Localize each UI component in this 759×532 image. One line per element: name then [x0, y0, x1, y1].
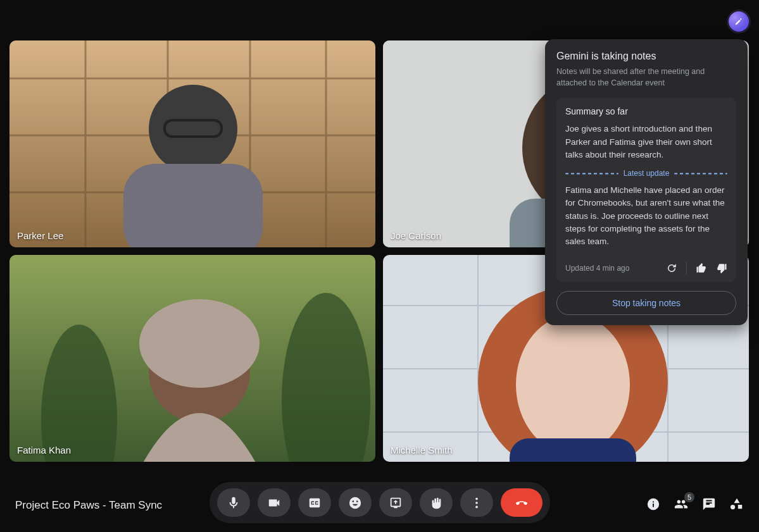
participant-name: Fatima Khan	[17, 445, 71, 455]
summary-body: Joe gives a short introduction and then …	[565, 123, 727, 161]
participant-tile-parker[interactable]: Parker Lee	[9, 40, 375, 247]
participant-name: Michelle Smith	[391, 445, 453, 455]
notes-updated: Updated 4 min ago	[565, 264, 629, 273]
svg-point-19	[139, 299, 260, 388]
refresh-icon[interactable]	[666, 263, 677, 274]
raise-hand-button[interactable]	[420, 488, 453, 517]
svg-point-30	[475, 497, 478, 500]
more-vertical-icon	[470, 496, 484, 510]
separator	[686, 262, 687, 275]
camera-toggle[interactable]	[258, 488, 291, 517]
gemini-launcher[interactable]	[729, 11, 749, 32]
participant-name: Joe Carlson	[391, 230, 441, 241]
chat-button[interactable]	[702, 497, 716, 514]
svg-rect-9	[123, 164, 263, 247]
summary-heading: Summary so far	[565, 106, 727, 116]
leave-call-button[interactable]	[501, 488, 543, 517]
mic-toggle[interactable]	[217, 488, 250, 517]
latest-update-label: Latest update	[624, 169, 670, 178]
reactions-button[interactable]	[339, 488, 372, 517]
right-status-icons: 5	[646, 497, 744, 514]
latest-update-divider: Latest update	[565, 169, 727, 178]
meeting-details-button[interactable]	[646, 497, 660, 514]
stop-taking-notes-button[interactable]: Stop taking notes	[556, 291, 736, 315]
camera-icon	[267, 496, 281, 510]
hangup-icon	[515, 496, 529, 510]
participant-name: Parker Lee	[17, 230, 63, 241]
thumbs-down-icon[interactable]	[716, 263, 727, 274]
bottom-bar: Project Eco Paws - Team Sync	[0, 479, 759, 532]
video-placeholder	[9, 40, 375, 247]
video-placeholder	[9, 255, 375, 462]
thumbs-up-icon[interactable]	[696, 263, 707, 274]
gemini-notes-panel: Gemini is taking notes Notes will be sha…	[545, 39, 748, 325]
svg-point-28	[516, 315, 630, 454]
chat-icon	[702, 497, 716, 511]
closed-captions-icon	[308, 496, 322, 510]
notes-summary-card: Summary so far Joe gives a short introdu…	[556, 97, 736, 282]
more-options-button[interactable]	[460, 488, 493, 517]
raise-hand-icon	[429, 496, 443, 510]
microphone-icon	[227, 496, 241, 510]
captions-toggle[interactable]	[298, 488, 331, 517]
activities-button[interactable]	[730, 497, 744, 514]
people-count-badge: 5	[684, 492, 694, 502]
notes-subtitle: Notes will be shared after the meeting a…	[556, 66, 736, 89]
participant-tile-fatima[interactable]: Fatima Khan	[9, 255, 375, 462]
pencil-sparkle-icon	[734, 17, 743, 26]
shapes-icon	[730, 497, 744, 511]
svg-point-8	[149, 85, 237, 173]
svg-point-31	[475, 502, 478, 504]
notes-title: Gemini is taking notes	[556, 51, 736, 62]
present-button[interactable]	[379, 488, 412, 517]
svg-rect-29	[510, 438, 636, 462]
svg-point-32	[475, 505, 478, 508]
latest-update-body: Fatima and Michelle have placed an order…	[565, 184, 727, 248]
present-screen-icon	[389, 496, 403, 510]
meeting-title: Project Eco Paws - Team Sync	[15, 499, 162, 512]
call-controls	[210, 482, 550, 523]
emoji-icon	[348, 496, 362, 510]
people-button[interactable]: 5	[674, 497, 688, 514]
info-icon	[646, 497, 660, 511]
